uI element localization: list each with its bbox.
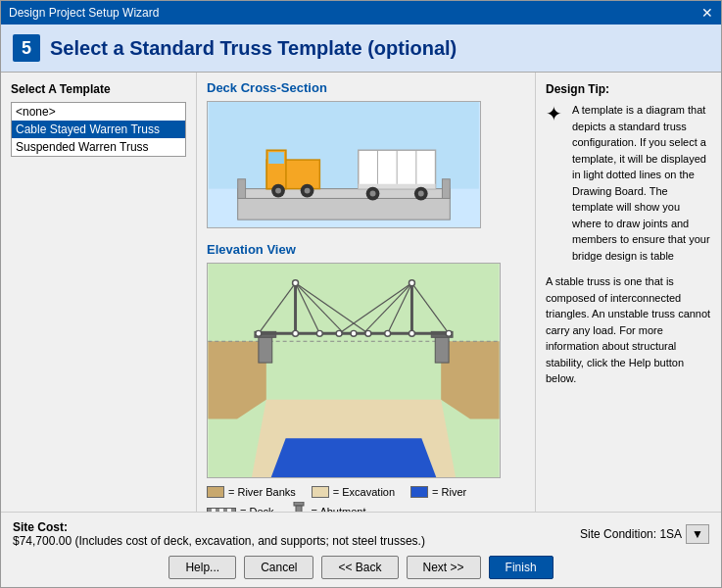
- site-cost-section: Site Cost: $74,700.00 (Includes cost of …: [13, 520, 425, 548]
- cancel-button[interactable]: Cancel: [244, 556, 313, 579]
- step-number: 5: [13, 34, 40, 62]
- svg-point-52: [409, 280, 414, 286]
- svg-point-45: [336, 330, 342, 336]
- step-title: Select a Standard Truss Template (option…: [50, 37, 457, 60]
- site-condition-dropdown[interactable]: ▼: [686, 524, 709, 544]
- elevation-canvas: [207, 263, 501, 478]
- svg-point-9: [275, 188, 281, 194]
- svg-point-50: [446, 330, 452, 336]
- design-tip-title: Design Tip:: [546, 82, 711, 96]
- svg-rect-7: [268, 152, 284, 164]
- svg-rect-53: [294, 502, 304, 506]
- next-button[interactable]: Next >>: [407, 556, 481, 579]
- site-cost-label: Site Cost:: [13, 520, 425, 534]
- elevation-svg: [208, 264, 500, 477]
- legend: = River Banks = Excavation = River = Dec…: [207, 486, 525, 512]
- svg-marker-25: [271, 438, 436, 477]
- main-content: Select A Template <none> Cable Stayed Wa…: [1, 73, 721, 512]
- excavation-label: = Excavation: [333, 486, 395, 498]
- template-list: <none> Cable Stayed Warren Truss Suspend…: [11, 102, 186, 157]
- close-button[interactable]: ✕: [701, 5, 713, 21]
- finish-button[interactable]: Finish: [489, 556, 554, 579]
- template-item-suspended[interactable]: Suspended Warren Truss: [12, 138, 185, 156]
- site-condition: Site Condition: 1SA ▼: [580, 524, 709, 544]
- title-bar: Design Project Setup Wizard ✕: [1, 1, 721, 24]
- step-header: 5 Select a Standard Truss Template (opti…: [1, 24, 721, 73]
- svg-point-48: [385, 330, 391, 336]
- svg-point-47: [365, 330, 371, 336]
- center-panel: Deck Cross-Section: [197, 73, 535, 512]
- site-condition-label: Site Condition: 1SA: [580, 527, 682, 541]
- svg-point-51: [293, 280, 299, 286]
- svg-point-18: [370, 191, 376, 197]
- site-cost-row: Site Cost: $74,700.00 (Includes cost of …: [13, 520, 709, 548]
- river-banks-icon: [207, 486, 224, 498]
- svg-point-42: [256, 330, 262, 336]
- river-label: = River: [432, 486, 466, 498]
- template-item-none[interactable]: <none>: [12, 103, 185, 121]
- legend-abutment: = Abutment: [290, 502, 366, 512]
- legend-deck: = Deck: [207, 502, 274, 512]
- bottom-bar: Site Cost: $74,700.00 (Includes cost of …: [1, 512, 721, 587]
- design-tip-icon: ✦: [546, 102, 562, 125]
- deck-section-title: Deck Cross-Section: [207, 80, 525, 95]
- svg-point-11: [305, 188, 311, 194]
- svg-point-46: [351, 330, 357, 336]
- right-panel: Design Tip: ✦ A template is a diagram th…: [535, 73, 721, 512]
- legend-river-banks: = River Banks: [207, 486, 296, 498]
- site-cost-value: $74,700.00 (Includes cost of deck, excav…: [13, 534, 425, 548]
- main-window: Design Project Setup Wizard ✕ 5 Select a…: [0, 0, 722, 588]
- excavation-icon: [312, 486, 329, 498]
- svg-point-49: [409, 330, 414, 336]
- window-title: Design Project Setup Wizard: [9, 6, 159, 20]
- river-banks-label: = River Banks: [228, 486, 296, 498]
- template-list-label: Select A Template: [11, 82, 186, 96]
- help-button[interactable]: Help...: [168, 556, 236, 579]
- river-icon: [410, 486, 428, 498]
- button-row: Help... Cancel << Back Next >> Finish: [13, 556, 709, 579]
- design-tip-text: A template is a diagram that depicts a s…: [572, 102, 711, 264]
- legend-excavation: = Excavation: [312, 486, 395, 498]
- svg-rect-2: [238, 179, 246, 199]
- template-item-cable-stayed[interactable]: Cable Stayed Warren Truss: [12, 121, 185, 138]
- svg-point-20: [418, 191, 424, 197]
- deck-cross-section: [207, 101, 481, 228]
- legend-river: = River: [410, 486, 466, 498]
- elevation-title: Elevation View: [207, 242, 525, 257]
- design-tip-text-2: A stable truss is one that is composed o…: [546, 273, 711, 387]
- back-button[interactable]: << Back: [321, 556, 398, 579]
- svg-point-43: [293, 330, 299, 336]
- left-panel: Select A Template <none> Cable Stayed Wa…: [1, 73, 197, 512]
- svg-rect-3: [442, 179, 450, 199]
- svg-rect-0: [209, 102, 479, 189]
- svg-point-44: [316, 330, 322, 336]
- deck-svg: [208, 102, 480, 227]
- svg-rect-4: [238, 198, 451, 220]
- abutment-icon: [290, 502, 308, 512]
